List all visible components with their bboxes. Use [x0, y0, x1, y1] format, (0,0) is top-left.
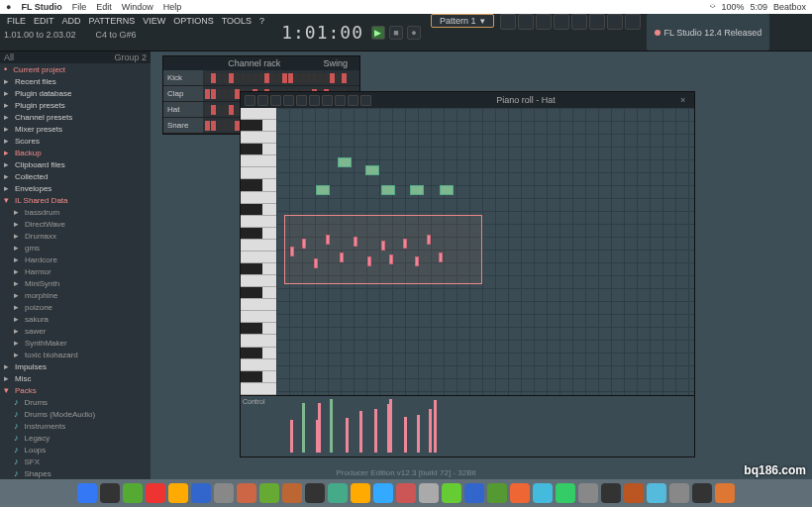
- dock-app-icon[interactable]: [647, 483, 666, 503]
- step[interactable]: [264, 73, 269, 83]
- dock-app-icon[interactable]: [396, 483, 416, 503]
- velocity-panel[interactable]: Control: [241, 395, 694, 456]
- note[interactable]: [381, 241, 385, 251]
- dock-app-icon[interactable]: [146, 483, 165, 503]
- note[interactable]: [290, 247, 294, 256]
- note[interactable]: [326, 235, 330, 245]
- piano-key[interactable]: [241, 311, 276, 323]
- velocity-bar[interactable]: [389, 399, 392, 453]
- browser-item[interactable]: ▸MiniSynth: [0, 277, 151, 289]
- step[interactable]: [235, 73, 240, 83]
- step[interactable]: [217, 105, 222, 115]
- step[interactable]: [229, 105, 234, 115]
- step[interactable]: [241, 73, 246, 83]
- note[interactable]: [427, 235, 431, 245]
- news-panel[interactable]: FL Studio 12.4 Released: [647, 14, 770, 51]
- velocity-bar[interactable]: [330, 399, 333, 453]
- note[interactable]: [365, 165, 379, 175]
- dock-app-icon[interactable]: [692, 483, 712, 503]
- velocity-bar[interactable]: [374, 409, 377, 453]
- note[interactable]: [314, 258, 318, 268]
- browser-item[interactable]: ▾Packs: [0, 384, 151, 396]
- note[interactable]: [440, 185, 454, 195]
- dock-app-icon[interactable]: [578, 483, 598, 503]
- step[interactable]: [294, 73, 299, 83]
- wifi-icon[interactable]: ⌔: [710, 2, 715, 12]
- zoom-tool[interactable]: [322, 95, 333, 106]
- browser-item[interactable]: ▸Impulses: [0, 360, 151, 372]
- piano-key[interactable]: [241, 204, 276, 216]
- browser-item[interactable]: ♪Instruments: [0, 420, 151, 432]
- dock-app-icon[interactable]: [168, 483, 188, 503]
- step[interactable]: [282, 73, 287, 83]
- fl-menu-add[interactable]: ADD: [59, 16, 84, 26]
- note[interactable]: [403, 239, 407, 249]
- step[interactable]: [205, 105, 210, 115]
- piano-key[interactable]: [241, 155, 276, 167]
- step[interactable]: [223, 73, 228, 83]
- step[interactable]: [217, 89, 222, 99]
- step[interactable]: [247, 73, 252, 83]
- channel-row[interactable]: Kick: [163, 70, 359, 86]
- browser-item[interactable]: ▾IL Shared Data: [0, 194, 151, 206]
- dock-app-icon[interactable]: [556, 483, 575, 503]
- browser-item[interactable]: ▸Collected: [0, 170, 151, 182]
- app-name[interactable]: FL Studio: [21, 2, 61, 12]
- step[interactable]: [270, 73, 275, 83]
- browser-button[interactable]: [571, 14, 587, 30]
- velocity-bar[interactable]: [417, 415, 420, 453]
- piano-key[interactable]: [241, 371, 276, 383]
- browser-item[interactable]: ▸DirectWave: [0, 218, 151, 230]
- piano-keyboard[interactable]: [241, 108, 276, 395]
- dock-app-icon[interactable]: [601, 483, 621, 503]
- save-button[interactable]: [607, 14, 623, 30]
- piano-key[interactable]: [241, 383, 276, 395]
- piano-key[interactable]: [241, 216, 276, 228]
- step[interactable]: [205, 89, 210, 99]
- browser-item[interactable]: ▸sawer: [0, 325, 151, 337]
- menu-help[interactable]: Help: [163, 2, 182, 12]
- dock-app-icon[interactable]: [487, 483, 507, 503]
- select-tool[interactable]: [309, 95, 320, 106]
- channel-label[interactable]: Kick: [163, 70, 203, 85]
- dock-app-icon[interactable]: [351, 483, 370, 503]
- step[interactable]: [324, 73, 329, 83]
- velocity-bar[interactable]: [404, 417, 407, 453]
- step[interactable]: [205, 73, 210, 83]
- dock-app-icon[interactable]: [669, 483, 689, 503]
- browser-item[interactable]: ♪Drums (ModeAudio): [0, 408, 151, 420]
- mac-dock[interactable]: [0, 479, 812, 507]
- channel-label[interactable]: Hat: [163, 102, 203, 117]
- step[interactable]: [318, 73, 323, 83]
- dock-app-icon[interactable]: [282, 483, 302, 503]
- step[interactable]: [211, 89, 216, 99]
- fl-menu-options[interactable]: OPTIONS: [170, 16, 217, 26]
- browser-item[interactable]: ▸poizone: [0, 301, 151, 313]
- step[interactable]: [288, 73, 293, 83]
- piano-key[interactable]: [241, 287, 276, 299]
- step[interactable]: [229, 89, 234, 99]
- dock-app-icon[interactable]: [510, 483, 530, 503]
- dock-app-icon[interactable]: [328, 483, 348, 503]
- snap-tool[interactable]: [348, 95, 358, 106]
- piano-key[interactable]: [241, 144, 276, 155]
- piano-key[interactable]: [241, 132, 276, 144]
- browser-item[interactable]: ▸Hardcore: [0, 254, 151, 265]
- dock-app-icon[interactable]: [237, 483, 256, 503]
- fl-menu-file[interactable]: FILE: [4, 16, 29, 26]
- dock-app-icon[interactable]: [624, 483, 644, 503]
- dock-app-icon[interactable]: [373, 483, 393, 503]
- browser-item[interactable]: ▸bassdrum: [0, 206, 151, 218]
- piano-key[interactable]: [241, 275, 276, 287]
- menu-window[interactable]: Window: [122, 2, 153, 12]
- piano-key[interactable]: [241, 192, 276, 204]
- note[interactable]: [381, 185, 395, 195]
- close-icon[interactable]: ×: [680, 95, 690, 105]
- step[interactable]: [211, 121, 216, 131]
- note[interactable]: [367, 256, 371, 266]
- browser-item[interactable]: ▸SynthMaker: [0, 337, 151, 349]
- record-button[interactable]: ●: [407, 26, 421, 40]
- velocity-bar[interactable]: [346, 418, 349, 453]
- step[interactable]: [229, 73, 234, 83]
- piano-key[interactable]: [241, 108, 276, 120]
